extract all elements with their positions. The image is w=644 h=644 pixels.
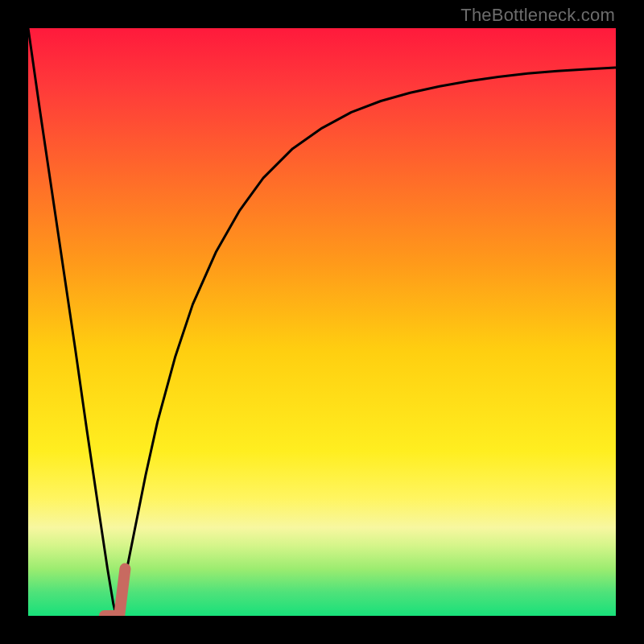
chart-frame: TheBottleneck.com <box>0 0 644 644</box>
plot-area <box>28 28 616 616</box>
watermark-text: TheBottleneck.com <box>460 5 615 26</box>
heat-gradient-background <box>28 28 616 616</box>
